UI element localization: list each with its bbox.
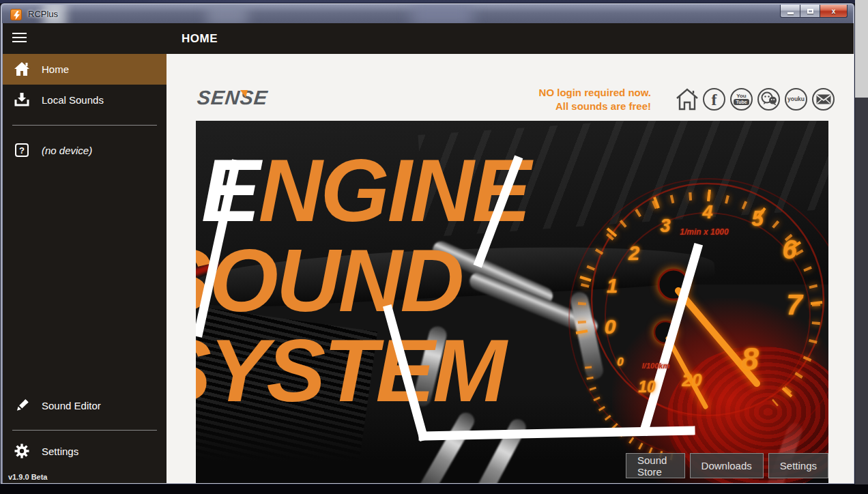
titlebar-glass-blur — [411, 5, 473, 23]
tach-number: 3 — [660, 216, 670, 237]
pencil-icon — [14, 397, 30, 413]
hero-title-line1: ENGINE — [201, 145, 828, 235]
engine-photo — [196, 121, 828, 285]
menu-hamburger-icon[interactable] — [12, 33, 30, 45]
minimize-icon — [787, 12, 794, 14]
tach-number: 8 — [741, 340, 759, 377]
sidebar-divider — [12, 430, 157, 431]
home-link-icon[interactable] — [674, 87, 699, 112]
desktop-edge-bottom — [0, 484, 868, 494]
titlebar-glass-blur — [207, 5, 248, 23]
tach-number: 0 — [605, 315, 616, 338]
download-icon — [14, 91, 30, 108]
tach-small-number: 0 — [617, 355, 623, 369]
tach-number: 6 — [782, 235, 796, 265]
mail-icon[interactable] — [811, 87, 836, 112]
desktop-edge-right — [855, 0, 868, 494]
sidebar-item-home[interactable]: Home — [3, 54, 167, 85]
tach-number: 2 — [628, 242, 639, 265]
version-label: v1.9.0 Beta — [8, 473, 47, 481]
sound-store-button[interactable]: Sound Store — [626, 453, 685, 478]
white-s-shape — [199, 161, 697, 436]
sidebar-item-label: Home — [42, 63, 69, 75]
question-icon: ? — [14, 142, 30, 158]
wechat-icon[interactable] — [756, 87, 781, 112]
top-nav-bar: HOME — [3, 23, 854, 54]
tach-small-number: 20 — [682, 370, 702, 391]
youku-icon[interactable]: youku — [783, 87, 809, 112]
facebook-icon[interactable]: f — [701, 87, 727, 112]
tach-number: 1 — [607, 275, 618, 297]
tachometer-overlay — [196, 121, 828, 483]
hero-banner: ENGINE SOUND SYSTEM — [196, 121, 828, 483]
app-window: RCPlus x HOME Home — [0, 3, 855, 484]
maximize-icon — [807, 9, 813, 14]
notice-text: NO login required now. All sounds are fr… — [480, 86, 651, 113]
page-title: HOME — [182, 32, 218, 46]
settings-button[interactable]: Settings — [768, 453, 828, 478]
youtube-icon[interactable]: You Tube — [729, 87, 754, 112]
sidebar-item-label: Local Sounds — [42, 94, 104, 106]
downloads-button[interactable]: Downloads — [690, 453, 764, 478]
tach-small-unit-label: l/100km — [642, 362, 669, 370]
client-area: HOME Home Local Soun — [3, 23, 854, 483]
tach-number: 5 — [751, 207, 763, 231]
close-button[interactable]: x — [820, 5, 848, 18]
tach-unit-label: 1/min x 1000 — [680, 227, 728, 237]
sidebar-item-sound-editor[interactable]: Sound Editor — [3, 390, 167, 421]
sense-logo-accent — [240, 90, 248, 98]
home-icon — [14, 61, 30, 77]
sidebar-spacer — [3, 166, 167, 390]
hero-title-line3: SYSTEM — [196, 325, 828, 416]
gear-icon — [14, 443, 30, 459]
sidebar-item-label: (no device) — [42, 145, 92, 156]
tach-number: 7 — [786, 289, 802, 321]
sidebar-divider — [12, 125, 157, 126]
titlebar[interactable]: RCPlus x — [2, 5, 853, 23]
app-logo-icon — [10, 9, 22, 20]
tach-number: 4 — [702, 202, 712, 223]
maximize-button[interactable] — [800, 5, 820, 18]
sense-logo: SENSE — [197, 87, 293, 108]
hero-title-line2: SOUND — [196, 235, 828, 325]
close-icon: x — [832, 8, 836, 15]
sidebar: Home Local Sounds ? (no device) — [3, 54, 167, 483]
sidebar-item-label: Sound Editor — [42, 400, 101, 411]
hero-button-row: Sound Store Downloads Settings — [626, 453, 828, 478]
social-links: f You Tube — [674, 86, 836, 112]
sidebar-item-settings[interactable]: Settings — [3, 436, 167, 467]
minimize-button[interactable] — [780, 5, 800, 18]
tach-small-number: 10 — [638, 378, 656, 396]
sidebar-item-local-sounds[interactable]: Local Sounds — [3, 85, 167, 115]
sidebar-item-label: Settings — [42, 446, 78, 457]
window-title: RCPlus — [28, 9, 58, 19]
sidebar-item-device[interactable]: ? (no device) — [3, 135, 167, 166]
